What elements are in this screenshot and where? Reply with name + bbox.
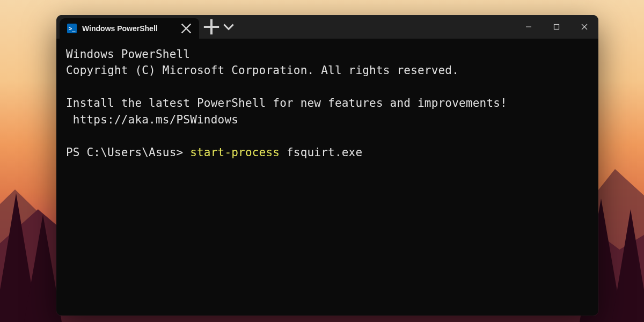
terminal-body[interactable]: Windows PowerShell Copyright (C) Microso… [56, 39, 598, 316]
chevron-down-icon [222, 20, 236, 34]
prompt-prefix: PS C:\Users\Asus> [66, 146, 190, 159]
powershell-icon: >_ [67, 24, 77, 33]
new-tab-button[interactable] [202, 19, 221, 35]
banner-line-1: Windows PowerShell [66, 48, 190, 61]
tab-powershell[interactable]: >_ Windows PowerShell [60, 18, 199, 39]
banner-line-2: Copyright (C) Microsoft Corporation. All… [66, 64, 459, 77]
maximize-icon [553, 24, 560, 30]
install-url: https://aka.ms/PSWindows [66, 113, 238, 126]
close-icon [581, 24, 588, 30]
minimize-icon [525, 24, 532, 30]
close-tab-button[interactable] [181, 23, 192, 34]
titlebar-drag-region[interactable] [236, 15, 515, 39]
close-window-button[interactable] [570, 15, 598, 39]
install-message: Install the latest PowerShell for new fe… [66, 97, 507, 109]
new-tab-dropdown[interactable] [222, 19, 236, 35]
maximize-button[interactable] [543, 15, 570, 39]
svg-rect-0 [554, 25, 559, 30]
command-cmdlet: start-process [190, 146, 280, 159]
minimize-button[interactable] [515, 15, 543, 39]
tab-title: Windows PowerShell [82, 24, 158, 33]
plus-icon [202, 18, 221, 36]
close-icon [181, 23, 192, 34]
titlebar[interactable]: >_ Windows PowerShell [56, 15, 598, 39]
command-argument: fsquirt.exe [280, 146, 362, 159]
terminal-window: >_ Windows PowerShell [56, 15, 598, 316]
